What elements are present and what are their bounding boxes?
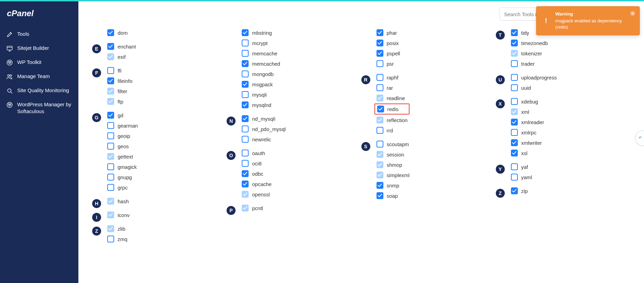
checkbox-msgpack[interactable] bbox=[242, 81, 249, 88]
extension-openssl: openssl bbox=[242, 191, 272, 198]
nav-label: Site Quality Monitoring bbox=[17, 87, 69, 94]
extension-label: oauth bbox=[252, 150, 265, 156]
extension-trader: trader bbox=[511, 60, 548, 67]
checkbox-zip[interactable] bbox=[511, 187, 518, 194]
checkbox-mysqlnd[interactable] bbox=[242, 101, 249, 108]
checkbox-timezonedb[interactable] bbox=[511, 40, 518, 46]
extension-memcached: memcached bbox=[242, 60, 280, 67]
checkbox-posix[interactable] bbox=[376, 40, 383, 46]
checkbox-raphf[interactable] bbox=[376, 74, 383, 81]
letter-group: Ppcntl bbox=[227, 205, 361, 215]
checkbox-odbc[interactable] bbox=[242, 170, 249, 177]
checkbox-pspell[interactable] bbox=[376, 50, 383, 57]
toast-title: Warning bbox=[555, 11, 626, 17]
checkbox-newrelic[interactable] bbox=[242, 136, 249, 143]
extension-ftp: ftp bbox=[107, 98, 132, 105]
checkbox-nd_mysqli[interactable] bbox=[242, 115, 249, 122]
checkbox-rrd[interactable] bbox=[376, 127, 383, 134]
checkbox-geos[interactable] bbox=[107, 143, 114, 150]
checkbox-memcache[interactable] bbox=[242, 50, 249, 57]
checkbox-oauth[interactable] bbox=[242, 150, 249, 156]
nav-sitejet[interactable]: Sitejet Builder bbox=[0, 41, 78, 55]
checkbox-enchant[interactable] bbox=[107, 43, 114, 50]
extension-label: odbc bbox=[252, 171, 263, 177]
checkbox-ffi[interactable] bbox=[107, 67, 114, 74]
extension-label: pcntl bbox=[252, 205, 263, 211]
checkbox-phar[interactable] bbox=[376, 29, 383, 36]
extension-rar: rar bbox=[376, 84, 408, 91]
checkbox-xsl[interactable] bbox=[511, 150, 518, 156]
checkbox-memcached[interactable] bbox=[242, 60, 249, 67]
extension-label: gettext bbox=[118, 154, 133, 160]
nav-label: WP Toolkit bbox=[17, 59, 41, 66]
checkbox-trader[interactable] bbox=[511, 60, 518, 67]
checkbox-fileinfo[interactable] bbox=[107, 77, 114, 84]
checkbox-nd_pdo_mysql[interactable] bbox=[242, 126, 249, 132]
checkbox-mcrypt[interactable] bbox=[242, 40, 249, 46]
checkbox-rar[interactable] bbox=[376, 84, 383, 91]
letter-badge-i: I bbox=[92, 213, 101, 222]
extension-label: mysqli bbox=[252, 92, 267, 98]
svg-text:cPanel: cPanel bbox=[7, 9, 34, 18]
extension-label: zmq bbox=[118, 236, 127, 242]
checkbox-grpc[interactable] bbox=[107, 184, 114, 191]
letter-group: Ggdgearmangeoipgeosgettextgmagickgnupggr… bbox=[92, 112, 227, 194]
checkbox-tidy[interactable] bbox=[511, 29, 518, 36]
extension-oauth: oauth bbox=[242, 150, 272, 156]
checkbox-xmlwriter[interactable] bbox=[511, 139, 518, 146]
checkbox-uuid[interactable] bbox=[511, 84, 518, 91]
nav-site-quality[interactable]: Site Quality Monitoring bbox=[0, 84, 78, 98]
checkbox-gmagick[interactable] bbox=[107, 163, 114, 170]
extension-geos: geos bbox=[107, 143, 138, 150]
checkbox-mbstring[interactable] bbox=[242, 29, 249, 36]
checkbox-xdebug[interactable] bbox=[511, 98, 518, 105]
checkbox-redis[interactable] bbox=[377, 106, 384, 112]
checkbox-psr[interactable] bbox=[376, 60, 383, 67]
checkbox-gnupg[interactable] bbox=[107, 174, 114, 181]
checkbox-xmlreader[interactable] bbox=[511, 119, 518, 126]
checkbox-gettext bbox=[107, 153, 114, 160]
checkbox-gd[interactable] bbox=[107, 112, 114, 119]
checkbox-xmlrpc[interactable] bbox=[511, 129, 518, 136]
nav-label: Manage Team bbox=[17, 73, 50, 80]
extension-label: dom bbox=[118, 30, 128, 36]
checkbox-yaml[interactable] bbox=[511, 174, 518, 181]
checkbox-mysqli[interactable] bbox=[242, 91, 249, 98]
extension-label: grpc bbox=[118, 185, 128, 191]
checkbox-oci8[interactable] bbox=[242, 160, 249, 167]
nav-wp-toolkit[interactable]: WP Toolkit bbox=[0, 55, 78, 69]
checkbox-dom[interactable] bbox=[107, 29, 114, 36]
checkbox-soap[interactable] bbox=[376, 192, 383, 199]
letter-badge-s: S bbox=[361, 142, 370, 151]
extension-gnupg: gnupg bbox=[107, 174, 138, 181]
extension-shmop: shmop bbox=[376, 161, 410, 168]
nav-wp-manager[interactable]: WordPress Manager by Softaculous bbox=[0, 98, 78, 118]
toast-close-button[interactable] bbox=[629, 10, 636, 17]
nav-label: WordPress Manager by Softaculous bbox=[17, 101, 72, 115]
extension-label: soap bbox=[387, 193, 398, 199]
checkbox-zmq[interactable] bbox=[107, 236, 114, 242]
extension-mbstring: mbstring bbox=[242, 29, 280, 36]
checkbox-gearman[interactable] bbox=[107, 122, 114, 129]
checkbox-mongodb[interactable] bbox=[242, 70, 249, 77]
extension-timezonedb: timezonedb bbox=[511, 40, 548, 46]
checkbox-uploadprogress[interactable] bbox=[511, 74, 518, 81]
checkbox-scoutapm[interactable] bbox=[376, 141, 383, 148]
extension-label: exif bbox=[118, 54, 125, 60]
extension-nd_mysqli: nd_mysqli bbox=[242, 115, 286, 122]
extension-scoutapm: scoutapm bbox=[376, 141, 410, 148]
extension-label: gd bbox=[118, 112, 123, 118]
extension-list: scoutapmsessionshmopsimplexmlsnmpsoap bbox=[376, 141, 410, 203]
checkbox-iconv bbox=[107, 211, 114, 218]
checkbox-exif bbox=[107, 53, 114, 60]
nav-manage-team[interactable]: Manage Team bbox=[0, 69, 78, 84]
checkbox-snmp[interactable] bbox=[376, 182, 383, 189]
checkbox-geoip[interactable] bbox=[107, 132, 114, 139]
letter-badge-z: Z bbox=[92, 227, 101, 236]
checkbox-opcache[interactable] bbox=[242, 181, 249, 187]
nav-tools[interactable]: Tools bbox=[0, 27, 78, 41]
letter-group: Fffifileinfofilterftp bbox=[92, 67, 227, 108]
extension-oci8: oci8 bbox=[242, 160, 272, 167]
warning-icon: ! bbox=[542, 17, 550, 24]
checkbox-yaf[interactable] bbox=[511, 163, 518, 170]
